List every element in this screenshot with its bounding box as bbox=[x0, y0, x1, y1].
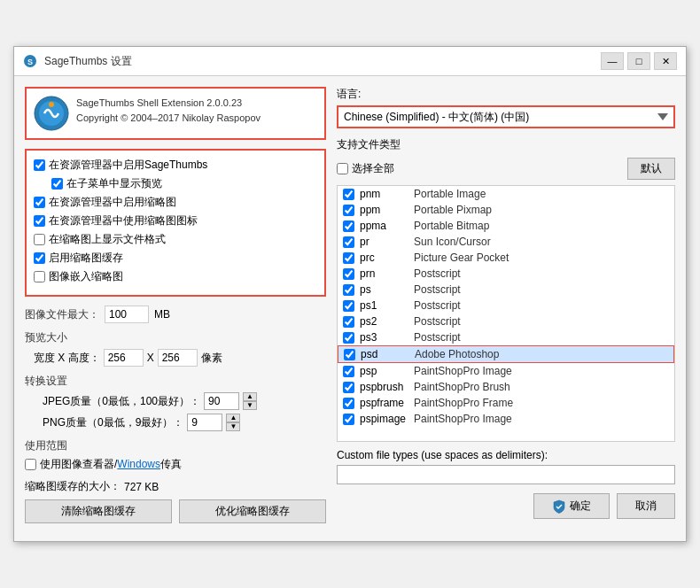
ok-button[interactable]: 确定 bbox=[533, 493, 610, 519]
maximize-button[interactable]: □ bbox=[627, 52, 650, 70]
use-range-label: 使用范围 bbox=[25, 438, 326, 453]
png-input[interactable] bbox=[187, 414, 222, 431]
close-button[interactable]: ✕ bbox=[654, 52, 677, 70]
file-checkbox-ps2[interactable] bbox=[343, 316, 354, 328]
file-desc: PaintShopPro Image bbox=[414, 413, 512, 425]
file-list-container[interactable]: pnmPortable ImageppmPortable PixmapppmaP… bbox=[337, 185, 675, 442]
checkbox-cb6[interactable] bbox=[34, 252, 45, 264]
file-list-item[interactable]: ps3Postscript bbox=[338, 329, 674, 345]
file-ext: ps3 bbox=[360, 331, 408, 344]
options-section: 在资源管理器中启用SageThumbs在子菜单中显示预览在资源管理器中启用缩略图… bbox=[25, 149, 326, 297]
checkbox-row-5: 启用缩略图缓存 bbox=[34, 251, 317, 266]
checkbox-label-cb3: 在资源管理器中启用缩略图 bbox=[49, 195, 176, 210]
default-button[interactable]: 默认 bbox=[627, 158, 675, 180]
checkbox-row-2: 在资源管理器中启用缩略图 bbox=[34, 195, 317, 210]
custom-types-input[interactable] bbox=[337, 465, 675, 484]
checkbox-cb3[interactable] bbox=[34, 197, 45, 208]
file-list: pnmPortable ImageppmPortable PixmapppmaP… bbox=[338, 186, 674, 427]
file-ext: pr bbox=[360, 236, 408, 248]
png-spinner[interactable]: ▲ ▼ bbox=[226, 414, 240, 431]
file-list-item[interactable]: psdAdobe Photoshop bbox=[338, 345, 674, 363]
file-checkbox-pr[interactable] bbox=[343, 236, 354, 248]
jpeg-up-button[interactable]: ▲ bbox=[243, 392, 257, 401]
custom-types-label: Custom file types (use spaces as delimit… bbox=[337, 449, 675, 461]
checkbox-label-cb2: 在子菜单中显示预览 bbox=[66, 176, 162, 191]
checkbox-cb7[interactable] bbox=[34, 271, 45, 282]
left-panel: SageThumbs Shell Extension 2.0.0.23 Copy… bbox=[25, 87, 326, 530]
clear-cache-button[interactable]: 清除缩略图缓存 bbox=[25, 499, 172, 523]
file-checkbox-ppm[interactable] bbox=[343, 205, 354, 216]
width-input[interactable] bbox=[104, 349, 144, 367]
image-size-row: 图像文件最大： MB bbox=[25, 306, 326, 323]
file-list-item[interactable]: pspbrushPaintShopPro Brush bbox=[338, 379, 674, 395]
cache-buttons: 清除缩略图缓存 优化缩略图缓存 bbox=[25, 499, 326, 523]
file-ext: ppma bbox=[360, 220, 408, 232]
file-list-item[interactable]: psPostscript bbox=[338, 282, 674, 298]
file-checkbox-ps[interactable] bbox=[343, 284, 354, 296]
jpeg-spinner[interactable]: ▲ ▼ bbox=[243, 392, 257, 410]
times-symbol: X bbox=[147, 352, 154, 364]
png-up-button[interactable]: ▲ bbox=[226, 414, 240, 422]
file-checkbox-psd[interactable] bbox=[344, 349, 355, 360]
optimize-cache-button[interactable]: 优化缩略图缓存 bbox=[179, 499, 326, 523]
checkbox-row-6: 图像嵌入缩略图 bbox=[34, 269, 317, 284]
use-image-viewer-checkbox[interactable] bbox=[25, 459, 36, 470]
checkbox-label-cb4: 在资源管理器中使用缩略图图标 bbox=[49, 213, 198, 228]
cache-section: 缩略图缓存的大小： 727 KB 清除缩略图缓存 优化缩略图缓存 bbox=[25, 479, 326, 523]
file-ext: ps1 bbox=[360, 299, 408, 312]
file-checkbox-ppma[interactable] bbox=[343, 220, 354, 232]
jpeg-input[interactable] bbox=[204, 392, 239, 410]
file-desc: PaintShopPro Brush bbox=[414, 381, 510, 393]
checkbox-label-cb7: 图像嵌入缩略图 bbox=[49, 269, 123, 284]
file-list-item[interactable]: pspimagePaintShopPro Image bbox=[338, 411, 674, 427]
file-checkbox-pnm[interactable] bbox=[343, 189, 354, 200]
cache-size-label: 缩略图缓存的大小： bbox=[25, 479, 121, 494]
file-list-item[interactable]: prcPicture Gear Pocket bbox=[338, 250, 674, 266]
file-list-item[interactable]: ppmPortable Pixmap bbox=[338, 202, 674, 218]
image-size-input[interactable] bbox=[105, 306, 149, 323]
file-checkbox-prc[interactable] bbox=[343, 252, 354, 264]
png-down-button[interactable]: ▼ bbox=[226, 422, 240, 431]
checkbox-cb2[interactable] bbox=[51, 178, 63, 190]
preview-size-section: 预览大小 宽度 X 高度： X 像素 bbox=[25, 330, 326, 367]
convert-section: 转换设置 JPEG质量（0最低，100最好）： ▲ ▼ PNG质量（0最低，9最… bbox=[25, 374, 326, 431]
file-desc: Postscript bbox=[414, 331, 461, 344]
file-list-item[interactable]: pspframePaintShopPro Frame bbox=[338, 395, 674, 411]
use-image-viewer-row: 使用图像查看器/Windows传真 bbox=[25, 457, 326, 472]
file-types-label: 支持文件类型 bbox=[337, 137, 675, 152]
jpeg-down-button[interactable]: ▼ bbox=[243, 401, 257, 410]
titlebar-left: S SageThumbs 设置 bbox=[23, 54, 132, 69]
file-checkbox-pspimage[interactable] bbox=[343, 414, 354, 425]
file-list-item[interactable]: prnPostscript bbox=[338, 266, 674, 282]
checkbox-cb4[interactable] bbox=[34, 215, 45, 227]
file-list-item[interactable]: pspPaintShopPro Image bbox=[338, 363, 674, 379]
height-input[interactable] bbox=[158, 349, 198, 367]
checkbox-cb1[interactable] bbox=[34, 159, 45, 171]
file-list-item[interactable]: ps1Postscript bbox=[338, 298, 674, 313]
file-checkbox-ps3[interactable] bbox=[343, 332, 354, 344]
file-ext: prn bbox=[360, 267, 408, 280]
lang-select[interactable]: Chinese (Simplified) - 中文(简体) (中国) bbox=[338, 107, 673, 127]
use-image-viewer-label: 使用图像查看器/Windows传真 bbox=[40, 457, 182, 472]
width-label: 宽度 X 高度： bbox=[34, 351, 100, 366]
right-panel: 语言: Chinese (Simplified) - 中文(简体) (中国) 支… bbox=[337, 87, 675, 530]
app-info-text: SageThumbs Shell Extension 2.0.0.23 Copy… bbox=[76, 96, 261, 125]
file-checkbox-prn[interactable] bbox=[343, 268, 354, 280]
file-checkbox-pspframe[interactable] bbox=[343, 398, 354, 409]
file-list-item[interactable]: ppmaPortable Bitmap bbox=[338, 218, 674, 234]
ok-label: 确定 bbox=[570, 499, 591, 514]
checkboxes-container: 在资源管理器中启用SageThumbs在子菜单中显示预览在资源管理器中启用缩略图… bbox=[34, 158, 317, 284]
file-checkbox-ps1[interactable] bbox=[343, 300, 354, 312]
file-list-item[interactable]: prSun Icon/Cursor bbox=[338, 234, 674, 250]
file-ext: ppm bbox=[360, 204, 408, 216]
cancel-button[interactable]: 取消 bbox=[617, 493, 675, 519]
select-all-checkbox[interactable] bbox=[337, 163, 348, 174]
checkbox-cb5[interactable] bbox=[34, 234, 45, 245]
file-checkbox-psp[interactable] bbox=[343, 366, 354, 377]
file-list-item[interactable]: ps2Postscript bbox=[338, 313, 674, 329]
minimize-button[interactable]: — bbox=[601, 52, 624, 70]
file-types-toolbar: 选择全部 默认 bbox=[337, 158, 675, 180]
checkbox-row-0: 在资源管理器中启用SageThumbs bbox=[34, 158, 317, 173]
file-checkbox-pspbrush[interactable] bbox=[343, 382, 354, 393]
file-list-item[interactable]: pnmPortable Image bbox=[338, 186, 674, 202]
